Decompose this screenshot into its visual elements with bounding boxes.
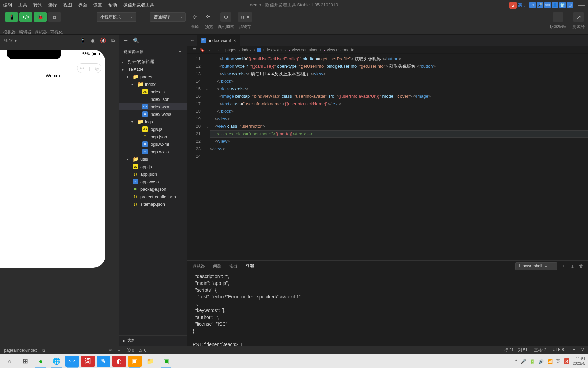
ime-badge[interactable]: S xyxy=(509,2,517,9)
file-app-wxss[interactable]: ≡app.wxss xyxy=(119,178,187,185)
sim-device-icon[interactable]: 📱 xyxy=(80,37,86,44)
task-wechat[interactable]: ● xyxy=(34,356,48,367)
file-app-json[interactable]: { }app.json xyxy=(119,170,187,178)
breadcrumb[interactable]: ☰ 🔖 ← → pages› index› <>index.wxml› ⬥vie… xyxy=(187,46,588,54)
tray-mic-icon[interactable]: 🎤 xyxy=(521,359,526,364)
capsule-close-icon[interactable]: ◎ xyxy=(95,66,99,71)
panel-tab-terminal[interactable]: 终端 xyxy=(245,261,255,271)
status-pos[interactable]: 行 21，列 51 xyxy=(504,347,527,353)
compile-dropdown[interactable]: 普通编译 xyxy=(150,12,186,22)
task-app2[interactable]: 词 xyxy=(81,356,95,367)
folder-logs[interactable]: ▾📁logs xyxy=(119,118,187,125)
bc-pages[interactable]: pages xyxy=(225,48,236,52)
simulator-toggle[interactable]: 📱 xyxy=(5,12,18,22)
menu-settings[interactable]: 设置 xyxy=(93,2,102,8)
menu-select[interactable]: 选择 xyxy=(48,2,57,8)
preview-eye-icon[interactable]: 👁 xyxy=(109,348,113,353)
file-project[interactable]: { }project.config.json xyxy=(119,193,187,200)
status-lang[interactable]: V xyxy=(581,347,584,353)
sim-detach-icon[interactable]: ⧉ xyxy=(111,37,115,44)
task-app4[interactable]: ◐ xyxy=(112,356,126,367)
sim-more-icon[interactable]: ⋯ xyxy=(118,348,122,353)
vcs-button[interactable]: ⭱ xyxy=(553,12,564,22)
bc-bookmark-icon[interactable]: 🔖 xyxy=(200,48,205,52)
panel-tab-debug[interactable]: 调试器 xyxy=(192,261,206,271)
bc-usermotto[interactable]: ⬥view.usermotto xyxy=(323,48,354,52)
code-editor[interactable]: 1112131415161718192021222324 ⌄⌄ <button … xyxy=(187,54,588,260)
debugger-toggle[interactable]: 🐞 xyxy=(34,12,47,22)
sim-stop-icon[interactable]: ◉ xyxy=(91,37,95,44)
task-app5[interactable]: ▣ xyxy=(128,356,142,367)
outline-section[interactable]: ▸大纲 xyxy=(119,335,187,346)
section-open-editors[interactable]: ▸打开的编辑器 xyxy=(119,58,187,66)
status-spaces[interactable]: 空格: 2 xyxy=(534,347,546,353)
more-icon[interactable]: ⋯ xyxy=(145,37,150,44)
bc-list-icon[interactable]: ☰ xyxy=(193,48,196,52)
sim-path[interactable]: pages/index/index xyxy=(4,348,37,353)
file-logs-js[interactable]: JSlogs.js xyxy=(119,125,187,133)
clear-cache-button[interactable]: ≋ ▾ xyxy=(238,12,252,22)
folder-utils[interactable]: ▸📁utils xyxy=(119,155,187,163)
editor-toggle[interactable]: </> xyxy=(19,12,32,22)
clock[interactable]: 11:51 2021/4/ xyxy=(573,357,585,366)
file-sitemap[interactable]: { }sitemap.json xyxy=(119,200,187,208)
status-errors[interactable]: ⓧ 0 xyxy=(127,347,134,353)
file-index-json[interactable]: { }index.json xyxy=(119,95,187,103)
menu-goto[interactable]: 转到 xyxy=(33,2,42,8)
tray-ime-icon[interactable]: S xyxy=(564,358,570,364)
capsule[interactable]: ••• | ◎ xyxy=(77,63,101,73)
ime-icon-6[interactable]: ⊞ xyxy=(567,2,573,8)
ime-icon-3[interactable]: ⌨ xyxy=(544,2,551,8)
bc-container[interactable]: ⬥view.container xyxy=(288,48,318,52)
tray-expand-icon[interactable]: ˄ xyxy=(515,359,517,364)
start-button[interactable]: ○ xyxy=(3,356,16,367)
file-logs-wxml[interactable]: <>logs.wxml xyxy=(119,140,187,148)
panel-tab-problems[interactable]: 问题 xyxy=(212,261,222,271)
task-chrome[interactable]: 🌐 xyxy=(50,356,63,367)
fold-gutter[interactable]: ⌄⌄ xyxy=(204,54,210,260)
file-index-wxml[interactable]: <>index.wxml xyxy=(119,103,187,110)
menu-help[interactable]: 帮助 xyxy=(108,2,117,8)
search-icon[interactable]: 🔍 xyxy=(133,37,140,44)
menu-tools[interactable]: 工具 xyxy=(18,2,27,8)
capsule-menu-icon[interactable]: ••• xyxy=(80,66,84,71)
task-app3[interactable]: ✎ xyxy=(97,356,110,367)
ime-icon-2[interactable]: 🎤 xyxy=(537,2,543,8)
folder-pages[interactable]: ▾📁pages xyxy=(119,73,187,80)
status-warnings[interactable]: ⚠ 0 xyxy=(139,348,146,353)
copy-path-icon[interactable]: ⧉ xyxy=(42,348,45,353)
file-package[interactable]: ⬢package.json xyxy=(119,185,187,193)
file-logs-wxss[interactable]: ≡logs.wxss xyxy=(119,148,187,155)
remote-debug-button[interactable]: ⚙ xyxy=(220,12,231,22)
bc-fwd-icon[interactable]: → xyxy=(216,48,220,52)
tab-close-icon[interactable]: × xyxy=(233,38,236,43)
status-eol[interactable]: LF xyxy=(570,347,575,353)
test-button[interactable]: ↗ xyxy=(573,12,584,22)
terminal-select[interactable]: 1: powershell ⌄ xyxy=(515,262,557,270)
terminal-split-icon[interactable]: ◫ xyxy=(571,264,574,269)
tray-ime[interactable]: 英 xyxy=(556,358,560,364)
tab-collapse-icon[interactable]: ⇤ xyxy=(187,38,197,43)
explorer-actions-icon[interactable]: ⋯ xyxy=(179,49,183,55)
menu-view[interactable]: 视图 xyxy=(63,2,72,8)
bc-file[interactable]: <>index.wxml xyxy=(257,48,282,52)
status-encoding[interactable]: UTF-8 xyxy=(553,347,564,353)
panel-tab-output[interactable]: 输出 xyxy=(229,261,238,271)
sim-mute-icon[interactable]: 🔇 xyxy=(100,37,107,44)
phone-preview[interactable]: 53% ••• | ◎ Weixin xyxy=(0,50,105,268)
window-minimize[interactable]: — xyxy=(578,1,585,9)
menu-devtools[interactable]: 微信开发者工具 xyxy=(123,2,154,8)
terminal-trash-icon[interactable]: 🗑 xyxy=(579,264,583,269)
file-logs-json[interactable]: { }logs.json xyxy=(119,133,187,140)
compile-button[interactable]: ⟳ xyxy=(189,12,200,22)
ime-icon-4[interactable]: 👤 xyxy=(552,2,558,8)
bc-back-icon[interactable]: ← xyxy=(208,48,212,52)
terminal-new-icon[interactable]: ＋ xyxy=(562,263,566,269)
explorer-menu-icon[interactable]: ☰ xyxy=(123,37,128,44)
mode-dropdown[interactable]: 小程序模式 xyxy=(97,12,136,22)
task-devtools[interactable]: ▣ xyxy=(159,356,173,367)
visualize-toggle[interactable]: ▦ xyxy=(48,12,61,22)
task-view-icon[interactable]: ⊞ xyxy=(18,356,32,367)
task-explorer[interactable]: 📁 xyxy=(144,356,157,367)
tray-wifi-icon[interactable]: 📶 xyxy=(547,359,553,364)
